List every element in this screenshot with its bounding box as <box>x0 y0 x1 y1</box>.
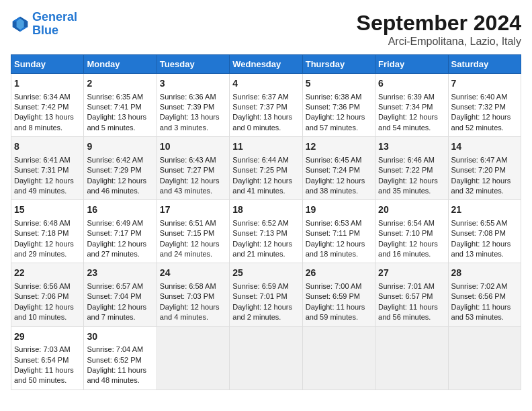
sunrise-label: Sunrise: 6:57 AM <box>87 282 143 290</box>
calendar-cell: 2 Sunrise: 6:35 AM Sunset: 7:41 PM Dayli… <box>84 74 157 137</box>
daylight-label: Daylight: 12 hours and 24 minutes. <box>160 240 220 258</box>
daylight-label: Daylight: 13 hours and 5 minutes. <box>87 113 146 131</box>
sunrise-label: Sunrise: 6:40 AM <box>451 93 508 101</box>
calendar-cell: 29 Sunrise: 7:03 AM Sunset: 6:54 PM Dayl… <box>11 326 84 390</box>
weekday-header-tuesday: Tuesday <box>157 55 229 74</box>
calendar-cell: 17 Sunrise: 6:51 AM Sunset: 7:15 PM Dayl… <box>157 200 229 263</box>
day-number: 5 <box>306 77 372 91</box>
sunset-label: Sunset: 7:11 PM <box>306 229 360 237</box>
day-number: 7 <box>451 77 518 91</box>
sunrise-label: Sunrise: 6:45 AM <box>306 156 362 164</box>
day-number: 13 <box>378 140 445 154</box>
day-number: 25 <box>232 267 299 280</box>
daylight-label: Daylight: 12 hours and 16 minutes. <box>378 240 438 258</box>
sunrise-label: Sunrise: 6:51 AM <box>160 219 216 227</box>
sunset-label: Sunset: 7:18 PM <box>14 229 69 237</box>
sunrise-label: Sunrise: 6:52 AM <box>232 219 289 227</box>
calendar-cell: 8 Sunrise: 6:41 AM Sunset: 7:31 PM Dayli… <box>11 137 84 200</box>
weekday-header-friday: Friday <box>375 55 448 74</box>
calendar-cell <box>230 326 302 390</box>
calendar-cell: 15 Sunrise: 6:48 AM Sunset: 7:18 PM Dayl… <box>11 200 84 263</box>
day-number: 12 <box>306 140 372 154</box>
daylight-label: Daylight: 12 hours and 49 minutes. <box>14 177 74 195</box>
daylight-label: Daylight: 12 hours and 32 minutes. <box>451 177 511 195</box>
calendar-cell: 4 Sunrise: 6:37 AM Sunset: 7:37 PM Dayli… <box>230 74 302 137</box>
calendar-cell: 11 Sunrise: 6:44 AM Sunset: 7:25 PM Dayl… <box>230 137 302 200</box>
calendar-cell: 28 Sunrise: 7:02 AM Sunset: 6:56 PM Dayl… <box>448 263 521 326</box>
sunset-label: Sunset: 7:01 PM <box>232 292 287 300</box>
sunset-label: Sunset: 7:29 PM <box>87 166 141 174</box>
sunset-label: Sunset: 7:36 PM <box>306 103 360 111</box>
sunrise-label: Sunrise: 6:42 AM <box>87 156 143 164</box>
daylight-label: Daylight: 12 hours and 13 minutes. <box>451 240 511 258</box>
calendar-cell: 20 Sunrise: 6:54 AM Sunset: 7:10 PM Dayl… <box>375 200 448 263</box>
sunset-label: Sunset: 7:10 PM <box>378 229 433 237</box>
weekday-header-saturday: Saturday <box>448 55 521 74</box>
sunset-label: Sunset: 7:32 PM <box>451 103 506 111</box>
sunrise-label: Sunrise: 6:36 AM <box>160 93 216 101</box>
week-row-5: 29 Sunrise: 7:03 AM Sunset: 6:54 PM Dayl… <box>11 326 521 390</box>
day-number: 10 <box>160 140 226 154</box>
week-row-4: 22 Sunrise: 6:56 AM Sunset: 7:06 PM Dayl… <box>11 263 521 326</box>
calendar-cell: 21 Sunrise: 6:55 AM Sunset: 7:08 PM Dayl… <box>448 200 521 263</box>
day-number: 16 <box>87 203 153 217</box>
calendar-subtitle: Arci-Empolitana, Lazio, Italy <box>357 36 521 48</box>
sunrise-label: Sunrise: 6:49 AM <box>87 219 143 227</box>
logo-icon <box>11 15 30 34</box>
daylight-label: Daylight: 12 hours and 7 minutes. <box>87 303 146 321</box>
sunrise-label: Sunrise: 6:59 AM <box>232 282 289 290</box>
calendar-title: September 2024 <box>357 11 521 36</box>
day-number: 30 <box>87 330 153 344</box>
sunrise-label: Sunrise: 7:00 AM <box>306 282 362 290</box>
daylight-label: Daylight: 12 hours and 38 minutes. <box>306 177 365 195</box>
day-number: 4 <box>232 77 299 91</box>
sunset-label: Sunset: 7:39 PM <box>160 103 214 111</box>
daylight-label: Daylight: 11 hours and 53 minutes. <box>451 303 511 321</box>
sunset-label: Sunset: 7:13 PM <box>232 229 287 237</box>
day-number: 19 <box>306 203 372 217</box>
calendar-cell: 22 Sunrise: 6:56 AM Sunset: 7:06 PM Dayl… <box>11 263 84 326</box>
sunrise-label: Sunrise: 6:56 AM <box>14 282 71 290</box>
day-number: 29 <box>14 330 81 344</box>
calendar-cell: 7 Sunrise: 6:40 AM Sunset: 7:32 PM Dayli… <box>448 74 521 137</box>
daylight-label: Daylight: 12 hours and 43 minutes. <box>160 177 220 195</box>
week-row-3: 15 Sunrise: 6:48 AM Sunset: 7:18 PM Dayl… <box>11 200 521 263</box>
sunset-label: Sunset: 6:52 PM <box>87 356 141 364</box>
sunrise-label: Sunrise: 7:03 AM <box>14 345 71 353</box>
calendar-cell: 6 Sunrise: 6:39 AM Sunset: 7:34 PM Dayli… <box>375 74 448 137</box>
sunset-label: Sunset: 6:56 PM <box>451 292 506 300</box>
daylight-label: Daylight: 13 hours and 0 minutes. <box>232 113 292 131</box>
calendar-cell: 23 Sunrise: 6:57 AM Sunset: 7:04 PM Dayl… <box>84 263 157 326</box>
day-number: 11 <box>232 140 299 154</box>
weekday-header-sunday: Sunday <box>11 55 84 74</box>
weekday-header-monday: Monday <box>84 55 157 74</box>
day-number: 21 <box>451 203 518 217</box>
calendar-cell: 24 Sunrise: 6:58 AM Sunset: 7:03 PM Dayl… <box>157 263 229 326</box>
daylight-label: Daylight: 12 hours and 27 minutes. <box>87 240 146 258</box>
day-number: 2 <box>87 77 153 91</box>
sunset-label: Sunset: 6:59 PM <box>306 292 360 300</box>
sunrise-label: Sunrise: 6:34 AM <box>14 93 71 101</box>
sunrise-label: Sunrise: 6:58 AM <box>160 282 216 290</box>
daylight-label: Daylight: 12 hours and 10 minutes. <box>14 303 74 321</box>
sunset-label: Sunset: 7:17 PM <box>87 229 141 237</box>
logo: General Blue <box>11 11 77 38</box>
sunset-label: Sunset: 7:37 PM <box>232 103 287 111</box>
daylight-label: Daylight: 12 hours and 18 minutes. <box>306 240 365 258</box>
sunset-label: Sunset: 7:20 PM <box>451 166 506 174</box>
daylight-label: Daylight: 13 hours and 3 minutes. <box>160 113 220 131</box>
daylight-label: Daylight: 11 hours and 59 minutes. <box>306 303 365 321</box>
sunset-label: Sunset: 7:08 PM <box>451 229 506 237</box>
sunset-label: Sunset: 7:41 PM <box>87 103 141 111</box>
svg-marker-2 <box>24 21 28 27</box>
sunset-label: Sunset: 7:24 PM <box>306 166 360 174</box>
logo-line2: Blue <box>32 24 58 37</box>
daylight-label: Daylight: 11 hours and 56 minutes. <box>378 303 438 321</box>
day-number: 26 <box>306 267 372 280</box>
day-number: 20 <box>378 203 445 217</box>
sunset-label: Sunset: 7:31 PM <box>14 166 69 174</box>
sunrise-label: Sunrise: 6:46 AM <box>378 156 435 164</box>
calendar-cell: 1 Sunrise: 6:34 AM Sunset: 7:42 PM Dayli… <box>11 74 84 137</box>
calendar-cell: 12 Sunrise: 6:45 AM Sunset: 7:24 PM Dayl… <box>302 137 375 200</box>
sunrise-label: Sunrise: 7:02 AM <box>451 282 508 290</box>
